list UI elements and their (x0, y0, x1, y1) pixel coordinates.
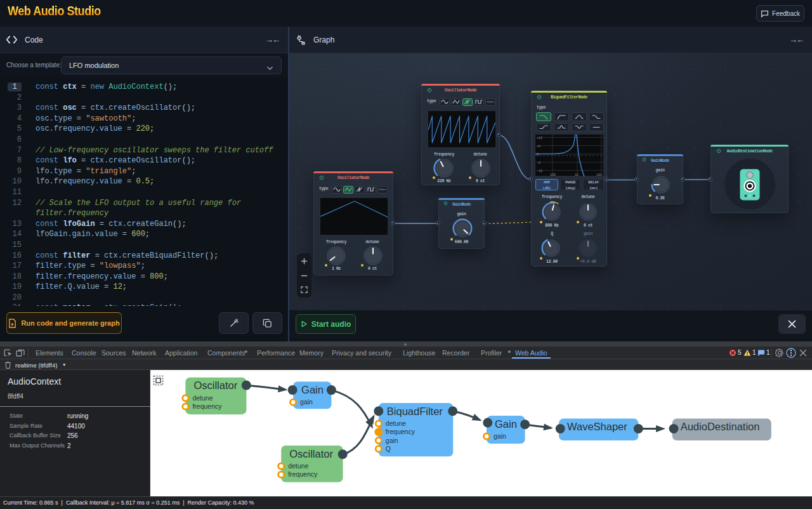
svg-text:WaveShaper: WaveShaper (567, 421, 627, 432)
svg-text:gain: gain (494, 432, 506, 440)
svg-text:gain: gain (300, 398, 313, 406)
svg-text:detune: detune (288, 462, 308, 470)
svg-text:-6: -6 (537, 161, 540, 165)
svg-text:-12: -12 (537, 169, 542, 173)
svg-text:0: 0 (537, 153, 539, 157)
svg-text:Oscillator: Oscillator (289, 448, 333, 459)
svg-text:10k: 10k (596, 173, 602, 177)
svg-text:detune: detune (386, 420, 406, 427)
svg-text:AudioDestination: AudioDestination (681, 421, 760, 432)
svg-text:frequency: frequency (386, 428, 416, 435)
svg-text:BiquadFilter: BiquadFilter (387, 406, 443, 417)
svg-text:Q: Q (386, 445, 391, 453)
svg-text:frequency: frequency (288, 470, 318, 478)
svg-text:Gain: Gain (301, 384, 324, 395)
svg-text:Gain: Gain (495, 418, 517, 430)
svg-text:frequency: frequency (192, 402, 222, 410)
svg-text:+6: +6 (537, 145, 540, 149)
svg-text:100: 100 (550, 173, 556, 177)
svg-text:+12: +12 (537, 136, 542, 140)
svg-text:gain: gain (386, 437, 398, 444)
svg-text:detune: detune (192, 394, 213, 402)
svg-text:Oscillator: Oscillator (193, 380, 237, 391)
svg-text:1k: 1k (575, 173, 579, 177)
